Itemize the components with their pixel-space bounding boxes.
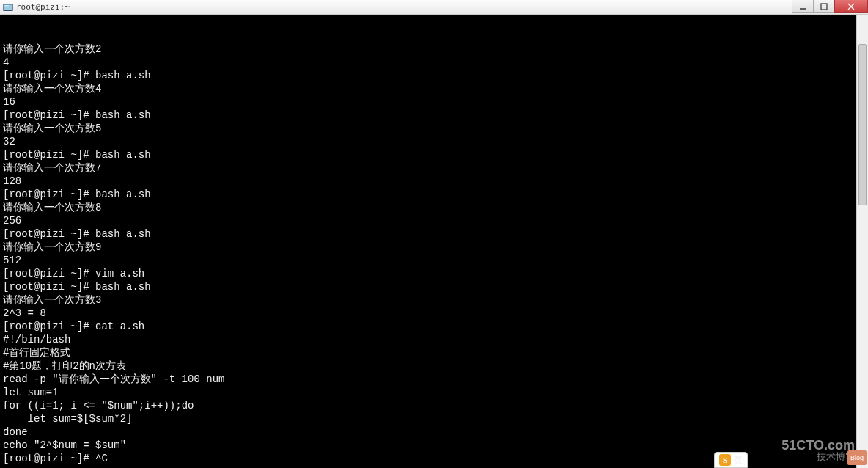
terminal-line: [root@pizi ~]# vim a.sh (3, 267, 865, 280)
terminal-line: [root@pizi ~]# cat a.sh (3, 320, 865, 333)
terminal[interactable]: 请你输入一个次方数24[root@pizi ~]# bash a.sh请你输入一… (0, 15, 868, 468)
terminal-line: 请你输入一个次方数3 (3, 293, 865, 307)
window-title: root@pizi:~ (16, 2, 70, 12)
terminal-line: 128 (3, 175, 865, 188)
terminal-line: let sum=1 (3, 386, 865, 399)
titlebar[interactable]: root@pizi:~ (0, 0, 868, 15)
terminal-line: for ((i=1; i <= "$num";i++));do (3, 399, 865, 412)
terminal-line: #首行固定格式 (3, 346, 865, 359)
blog-badge: Blog (847, 450, 867, 465)
terminal-line: read -p "请你输入一个次方数" -t 100 num (3, 373, 865, 386)
terminal-line: [root@pizi ~]# bash a.sh (3, 227, 865, 241)
sogou-icon: S (719, 454, 731, 466)
scrollbar-thumb[interactable] (858, 44, 867, 205)
terminal-line: 请你输入一个次方数8 (3, 201, 865, 214)
terminal-line: 请你输入一个次方数2 (3, 43, 865, 56)
terminal-line: 32 (3, 135, 865, 148)
scrollbar[interactable] (856, 15, 868, 468)
terminal-line: #!/bin/bash (3, 333, 865, 346)
terminal-line: 2^3 = 8 (3, 307, 865, 320)
terminal-line: 16 (3, 95, 865, 109)
terminal-line: [root@pizi ~]# bash a.sh (3, 148, 865, 161)
terminal-line: [root@pizi ~]# bash a.sh (3, 69, 865, 82)
terminal-line: [root@pizi ~]# bash a.sh (3, 280, 865, 293)
terminal-line: done (3, 425, 865, 439)
terminal-line: 512 (3, 254, 865, 267)
putty-icon (3, 2, 13, 12)
svg-rect-4 (821, 4, 827, 10)
ime-lang: 英 (734, 453, 743, 467)
app-window: root@pizi:~ 请你输入一个次方数24[root@pizi ~]# ba… (0, 0, 868, 468)
terminal-line: 请你输入一个次方数7 (3, 161, 865, 175)
terminal-line: let sum=$[$sum*2] (3, 412, 865, 425)
minimize-icon (799, 3, 806, 10)
terminal-line: 请你输入一个次方数5 (3, 122, 865, 135)
maximize-icon (820, 3, 828, 10)
close-button[interactable] (834, 0, 868, 13)
terminal-line: 256 (3, 214, 865, 227)
terminal-line: #第10题，打印2的n次方表 (3, 359, 865, 373)
terminal-line: [root@pizi ~]# bash a.sh (3, 109, 865, 122)
terminal-line: [root@pizi ~]# bash a.sh (3, 188, 865, 201)
window-controls (792, 0, 868, 13)
terminal-line: 4 (3, 56, 865, 69)
terminal-output: 请你输入一个次方数24[root@pizi ~]# bash a.sh请你输入一… (3, 43, 865, 465)
terminal-line: echo "2^$num = $sum" (3, 439, 865, 452)
terminal-line: 请你输入一个次方数4 (3, 82, 865, 95)
close-icon (847, 3, 855, 10)
ime-badge[interactable]: S 英 (714, 452, 748, 468)
svg-rect-2 (5, 5, 9, 6)
minimize-button[interactable] (792, 0, 814, 13)
maximize-button[interactable] (813, 0, 835, 13)
terminal-line: 请你输入一个次方数9 (3, 241, 865, 254)
